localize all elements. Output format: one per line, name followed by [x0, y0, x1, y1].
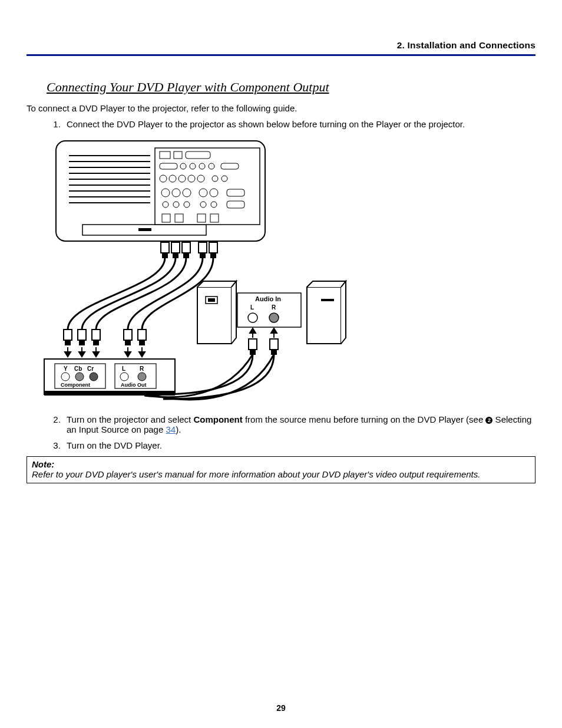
- step-2: Turn on the projector and select Compone…: [63, 414, 535, 434]
- steps-list-cont: Turn on the projector and select Compone…: [50, 414, 535, 450]
- svg-point-73: [138, 373, 146, 381]
- svg-point-28: [222, 176, 227, 182]
- label-audio-out: Audio Out: [121, 382, 147, 388]
- svg-rect-16: [160, 163, 177, 169]
- svg-rect-77: [307, 287, 341, 344]
- svg-point-32: [199, 189, 207, 197]
- svg-rect-42: [175, 214, 183, 222]
- svg-rect-34: [227, 189, 244, 196]
- svg-point-26: [197, 175, 204, 182]
- label-r-in: R: [272, 304, 276, 311]
- svg-rect-14: [174, 151, 182, 159]
- svg-point-35: [163, 202, 168, 207]
- page: 2. Installation and Connections Connecti…: [0, 0, 562, 728]
- svg-rect-12: [155, 148, 260, 225]
- svg-rect-21: [221, 163, 239, 169]
- svg-rect-66: [44, 391, 175, 396]
- svg-rect-85: [272, 350, 276, 354]
- svg-point-38: [200, 202, 206, 207]
- svg-rect-82: [249, 339, 257, 350]
- svg-point-17: [180, 163, 186, 169]
- svg-rect-11: [138, 228, 151, 231]
- step-2-text-d: ).: [176, 424, 181, 434]
- connection-diagram: Y Cb Cr Component L R Audio Out: [27, 135, 535, 406]
- label-l-out: L: [122, 365, 125, 372]
- intro-text: To connect a DVD Player to the projector…: [27, 103, 535, 113]
- cable-plugs-amp: [249, 339, 278, 354]
- svg-point-80: [248, 313, 257, 322]
- svg-rect-58: [80, 340, 84, 345]
- svg-point-25: [188, 175, 195, 182]
- dvd-player-icon: Y Cb Cr Component L R Audio Out: [44, 359, 175, 396]
- svg-rect-52: [200, 253, 205, 258]
- step-2-text-a: Turn on the projector and select: [67, 414, 193, 424]
- black-circle-number-icon: 2: [485, 417, 492, 424]
- svg-rect-49: [182, 242, 190, 253]
- svg-rect-56: [65, 340, 70, 345]
- svg-point-69: [75, 373, 84, 381]
- svg-rect-45: [161, 242, 169, 253]
- steps-list: Connect the DVD Player to the projector …: [50, 119, 535, 129]
- step-1: Connect the DVD Player to the projector …: [63, 119, 535, 129]
- svg-point-31: [183, 189, 191, 197]
- header-rule: [27, 54, 535, 56]
- svg-rect-64: [140, 340, 144, 345]
- svg-point-22: [160, 175, 167, 182]
- label-l-in: L: [250, 304, 254, 311]
- svg-rect-53: [209, 242, 217, 253]
- svg-point-23: [169, 175, 176, 182]
- up-arrows: [250, 328, 277, 338]
- cable-plugs-top: [161, 242, 217, 258]
- svg-rect-15: [186, 151, 210, 159]
- label-audio-in: Audio In: [255, 295, 281, 302]
- svg-rect-44: [210, 214, 219, 222]
- svg-rect-57: [78, 330, 86, 340]
- svg-point-27: [212, 176, 218, 182]
- step-1-text: Connect the DVD Player to the projector …: [67, 119, 465, 129]
- svg-point-81: [269, 313, 279, 322]
- label-y: Y: [64, 365, 68, 372]
- svg-rect-40: [227, 201, 244, 208]
- note-box: Note: Refer to your DVD player's user's …: [27, 456, 535, 483]
- svg-rect-46: [163, 253, 167, 258]
- svg-point-70: [90, 373, 98, 381]
- svg-rect-84: [270, 339, 278, 350]
- step-3-text: Turn on the DVD Player.: [67, 440, 162, 450]
- label-r-out: R: [140, 365, 144, 372]
- svg-rect-54: [211, 253, 216, 258]
- svg-point-37: [184, 202, 190, 207]
- header-section-label: 2. Installation and Connections: [27, 40, 535, 51]
- label-cb: Cb: [74, 365, 82, 372]
- label-component: Component: [61, 382, 90, 388]
- label-cr: Cr: [87, 365, 94, 372]
- svg-rect-76: [208, 298, 215, 302]
- note-body: Refer to your DVD player's user's manual…: [32, 469, 480, 479]
- svg-point-20: [209, 163, 214, 169]
- cable-plugs-dvd: [64, 330, 146, 345]
- step-3: Turn on the DVD Player.: [63, 440, 535, 450]
- svg-rect-63: [138, 330, 146, 340]
- svg-rect-59: [92, 330, 100, 340]
- down-arrows: [65, 347, 145, 357]
- svg-point-72: [120, 373, 128, 381]
- svg-point-24: [178, 175, 186, 182]
- svg-point-30: [172, 189, 180, 197]
- step-2-bold: Component: [193, 414, 242, 424]
- svg-rect-62: [125, 340, 130, 345]
- page-ref-link[interactable]: 34: [166, 424, 176, 434]
- svg-point-33: [210, 189, 218, 197]
- svg-rect-48: [173, 253, 178, 258]
- page-number: 29: [0, 703, 562, 713]
- svg-rect-78: [321, 299, 334, 301]
- section-title: Connecting Your DVD Player with Componen…: [47, 80, 535, 95]
- svg-point-39: [211, 202, 217, 207]
- svg-rect-47: [171, 242, 180, 253]
- svg-rect-60: [94, 340, 98, 345]
- svg-rect-41: [162, 214, 170, 222]
- svg-point-29: [161, 189, 170, 197]
- audio-in-panel: Audio In L R: [237, 293, 301, 327]
- svg-point-19: [199, 163, 205, 169]
- svg-rect-61: [124, 330, 132, 340]
- svg-point-36: [173, 202, 179, 207]
- svg-rect-83: [250, 350, 255, 354]
